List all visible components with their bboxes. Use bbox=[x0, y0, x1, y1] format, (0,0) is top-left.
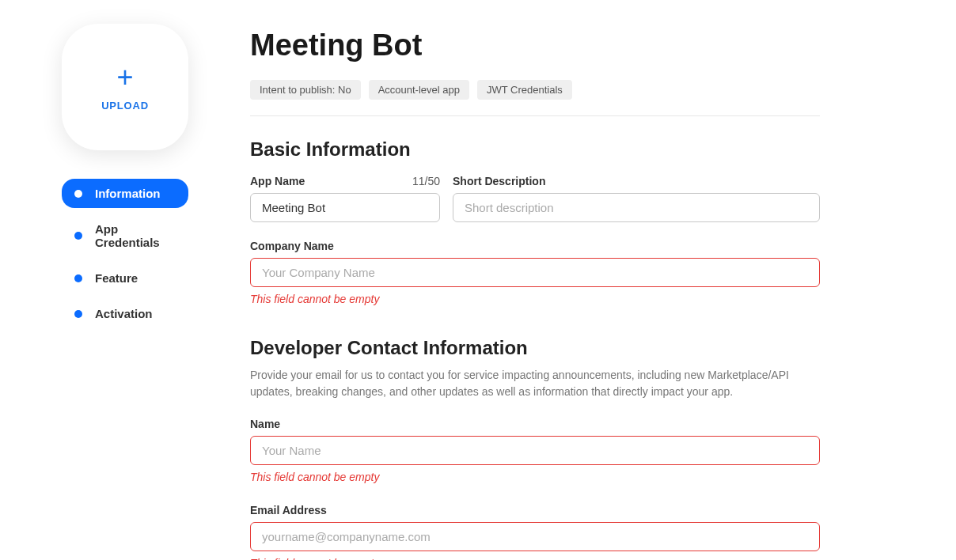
sidebar-item-information[interactable]: Information bbox=[62, 179, 188, 208]
basic-info-title: Basic Information bbox=[250, 138, 820, 161]
nav-dot-icon bbox=[74, 190, 82, 198]
email-field: Email Address This field cannot be empty bbox=[250, 504, 820, 560]
company-error: This field cannot be empty bbox=[250, 293, 820, 305]
app-name-counter: 11/50 bbox=[412, 175, 440, 187]
sidebar-nav: Information App Credentials Feature Acti… bbox=[62, 179, 218, 328]
plus-icon: + bbox=[116, 63, 133, 92]
name-input[interactable] bbox=[250, 436, 820, 465]
upload-label: UPLOAD bbox=[101, 100, 149, 112]
name-error: This field cannot be empty bbox=[250, 471, 820, 483]
sidebar: + UPLOAD Information App Credentials Fea… bbox=[0, 0, 250, 560]
tag-row: Intent to publish: No Account-level app … bbox=[250, 80, 820, 100]
name-label: Name bbox=[250, 418, 280, 430]
name-field: Name This field cannot be empty bbox=[250, 418, 820, 483]
sidebar-item-activation[interactable]: Activation bbox=[62, 299, 188, 328]
divider bbox=[250, 115, 820, 116]
sidebar-item-label: Activation bbox=[95, 307, 153, 320]
app-name-field: App Name 11/50 bbox=[250, 175, 440, 222]
company-label: Company Name bbox=[250, 240, 334, 252]
tag-intent: Intent to publish: No bbox=[250, 80, 361, 100]
company-field: Company Name This field cannot be empty bbox=[250, 240, 820, 305]
tag-level: Account-level app bbox=[369, 80, 469, 100]
contact-info-title: Developer Contact Information bbox=[250, 337, 820, 359]
email-input[interactable] bbox=[250, 522, 820, 551]
sidebar-item-label: App Credentials bbox=[95, 222, 176, 249]
sidebar-item-feature[interactable]: Feature bbox=[62, 263, 188, 293]
upload-card[interactable]: + UPLOAD bbox=[62, 24, 188, 150]
nav-dot-icon bbox=[74, 274, 82, 282]
nav-dot-icon bbox=[74, 310, 82, 318]
sidebar-item-label: Information bbox=[95, 187, 161, 200]
short-desc-label: Short Description bbox=[453, 175, 545, 187]
nav-dot-icon bbox=[74, 232, 82, 240]
short-desc-input[interactable] bbox=[453, 193, 820, 222]
app-name-input[interactable] bbox=[250, 193, 440, 222]
page-title: Meeting Bot bbox=[250, 28, 820, 62]
contact-info-desc: Provide your email for us to contact you… bbox=[250, 367, 820, 400]
email-label: Email Address bbox=[250, 504, 327, 516]
email-error: This field cannot be empty bbox=[250, 557, 820, 560]
sidebar-item-label: Feature bbox=[95, 271, 138, 285]
short-desc-field: Short Description bbox=[453, 175, 820, 222]
tag-credentials: JWT Credentials bbox=[477, 80, 572, 100]
app-name-label: App Name bbox=[250, 175, 305, 187]
sidebar-item-app-credentials[interactable]: App Credentials bbox=[62, 214, 188, 257]
main-content: Meeting Bot Intent to publish: No Accoun… bbox=[250, 0, 852, 560]
company-input[interactable] bbox=[250, 258, 820, 287]
